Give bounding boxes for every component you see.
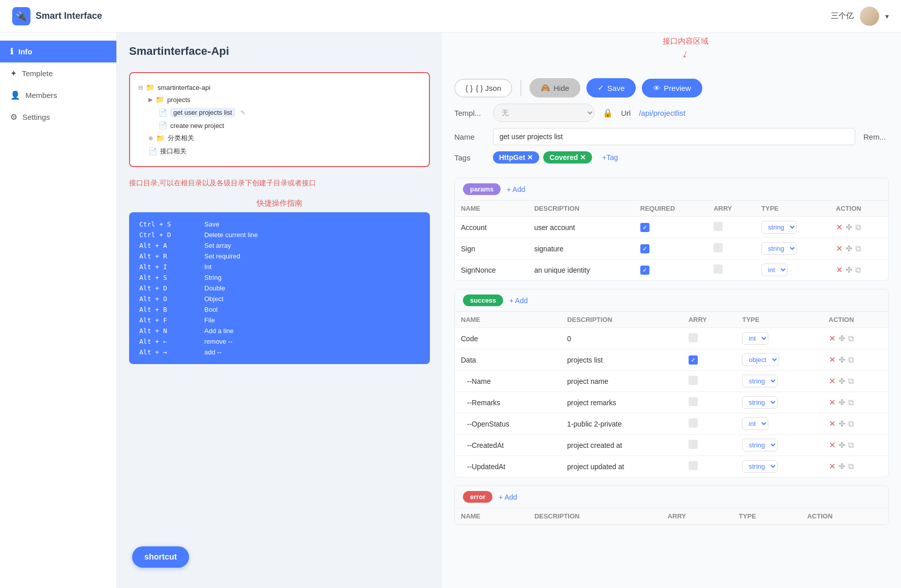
type-select[interactable]: int — [742, 332, 768, 345]
checkbox-unchecked[interactable] — [689, 376, 698, 385]
copy-icon[interactable]: ⧉ — [848, 441, 854, 450]
param-type[interactable]: object — [736, 349, 822, 371]
param-type[interactable]: int — [736, 328, 822, 349]
checkbox-checked[interactable]: ✓ — [640, 266, 649, 275]
tree-node[interactable]: 📄 接口相关 — [138, 145, 421, 158]
add-tag-button[interactable]: +Tag — [596, 151, 624, 164]
tag-remove-icon[interactable]: ✕ — [527, 153, 533, 161]
type-select[interactable]: int — [761, 264, 788, 276]
hide-button[interactable]: 🙈 Hide — [530, 78, 580, 97]
copy-icon[interactable]: ⧉ — [855, 223, 861, 232]
tree-node[interactable]: ▶ 📁 projects — [138, 93, 421, 106]
tag-covered[interactable]: Covered ✕ — [543, 151, 592, 164]
avatar[interactable] — [860, 7, 879, 26]
param-type[interactable]: int — [736, 413, 822, 435]
dropdown-arrow[interactable]: ▾ — [885, 12, 889, 20]
checkbox-unchecked[interactable] — [689, 397, 698, 406]
move-icon[interactable]: ✤ — [838, 376, 845, 386]
tree-node[interactable]: 📄 create new project — [138, 119, 421, 132]
type-select[interactable]: string — [761, 221, 797, 234]
param-required[interactable]: ✓ — [634, 217, 707, 238]
type-select[interactable]: string — [742, 396, 778, 409]
delete-icon[interactable]: ✕ — [829, 419, 835, 429]
delete-icon[interactable]: ✕ — [829, 334, 835, 343]
delete-icon[interactable]: ✕ — [829, 440, 835, 450]
move-icon[interactable]: ✤ — [838, 398, 845, 407]
save-button[interactable]: ✓ Save — [586, 78, 636, 97]
checkbox-unchecked[interactable] — [713, 265, 723, 274]
move-icon[interactable]: ✤ — [846, 244, 852, 253]
param-arry[interactable] — [682, 392, 736, 413]
delete-icon[interactable]: ✕ — [836, 222, 843, 232]
param-arry[interactable]: ✓ — [682, 349, 736, 371]
copy-icon[interactable]: ⧉ — [848, 398, 854, 407]
tag-remove-icon[interactable]: ✕ — [580, 153, 586, 161]
sidebar-item-settings[interactable]: ⚙ Settings — [0, 106, 116, 128]
move-icon[interactable]: ✤ — [838, 334, 845, 343]
move-icon[interactable]: ✤ — [838, 419, 845, 429]
param-type[interactable]: string — [755, 217, 830, 238]
shortcut-button[interactable]: shortcut — [132, 546, 189, 568]
param-arry[interactable] — [707, 217, 755, 238]
tree-node[interactable]: ⊟ 📁 smartinterface-api — [138, 81, 421, 93]
success-add-button[interactable]: + Add — [509, 297, 527, 305]
param-arry[interactable] — [707, 259, 755, 281]
sidebar-item-info[interactable]: ℹ Info — [0, 41, 116, 62]
type-select[interactable]: string — [742, 439, 778, 451]
checkbox-checked[interactable]: ✓ — [640, 223, 649, 232]
param-type[interactable]: string — [736, 392, 822, 413]
preview-button[interactable]: 👁 Preview — [642, 79, 702, 97]
checkbox-unchecked[interactable] — [713, 222, 723, 231]
param-arry[interactable] — [682, 328, 736, 349]
type-select[interactable]: object — [742, 353, 779, 366]
move-icon[interactable]: ✤ — [838, 440, 845, 450]
copy-icon[interactable]: ⧉ — [855, 244, 861, 253]
param-type[interactable]: string — [736, 371, 822, 392]
copy-icon[interactable]: ⧉ — [848, 334, 854, 343]
tree-node[interactable]: ⊕ 📁 分类相关 — [138, 132, 421, 145]
param-type[interactable]: int — [755, 259, 830, 281]
param-arry[interactable] — [682, 413, 736, 435]
delete-icon[interactable]: ✕ — [836, 244, 843, 253]
move-icon[interactable]: ✤ — [838, 462, 845, 471]
param-arry[interactable] — [682, 371, 736, 392]
move-icon[interactable]: ✤ — [838, 355, 845, 365]
type-select[interactable]: string — [761, 242, 797, 255]
type-select[interactable]: string — [742, 460, 778, 473]
delete-icon[interactable]: ✕ — [829, 398, 835, 407]
json-button[interactable]: { } { } Json — [454, 79, 512, 97]
copy-icon[interactable]: ⧉ — [848, 419, 854, 429]
param-type[interactable]: string — [736, 456, 822, 477]
param-arry[interactable] — [682, 435, 736, 456]
error-add-button[interactable]: + Add — [499, 493, 517, 501]
param-arry[interactable] — [682, 456, 736, 477]
checkbox-checked[interactable]: ✓ — [640, 244, 649, 253]
delete-icon[interactable]: ✕ — [829, 355, 835, 365]
checkbox-unchecked[interactable] — [713, 243, 723, 252]
move-icon[interactable]: ✤ — [846, 222, 852, 232]
checkbox-unchecked[interactable] — [689, 333, 698, 342]
copy-icon[interactable]: ⧉ — [848, 462, 854, 471]
move-icon[interactable]: ✤ — [846, 265, 852, 275]
delete-icon[interactable]: ✕ — [829, 462, 835, 471]
delete-icon[interactable]: ✕ — [836, 265, 843, 275]
tag-httpget[interactable]: HttpGet ✕ — [493, 151, 539, 164]
checkbox-unchecked[interactable] — [689, 418, 698, 428]
checkbox-unchecked[interactable] — [689, 440, 698, 449]
params-add-button[interactable]: + Add — [507, 185, 525, 193]
type-select[interactable]: int — [742, 417, 768, 430]
param-required[interactable]: ✓ — [634, 238, 707, 259]
template-select[interactable]: 无 — [493, 104, 595, 122]
param-required[interactable]: ✓ — [634, 259, 707, 281]
sidebar-item-templete[interactable]: ✦ Templete — [0, 62, 116, 84]
sidebar-item-members[interactable]: 👤 Members — [0, 84, 116, 106]
copy-icon[interactable]: ⧉ — [855, 266, 861, 275]
param-arry[interactable] — [707, 238, 755, 259]
param-type[interactable]: string — [736, 435, 822, 456]
type-select[interactable]: string — [742, 375, 778, 387]
checkbox-unchecked[interactable] — [689, 461, 698, 470]
checkbox-checked[interactable]: ✓ — [689, 355, 698, 365]
name-input[interactable] — [493, 128, 855, 145]
copy-icon[interactable]: ⧉ — [848, 377, 854, 386]
tree-node-selected-item[interactable]: 📄 get user projects list ✎ — [138, 106, 421, 119]
